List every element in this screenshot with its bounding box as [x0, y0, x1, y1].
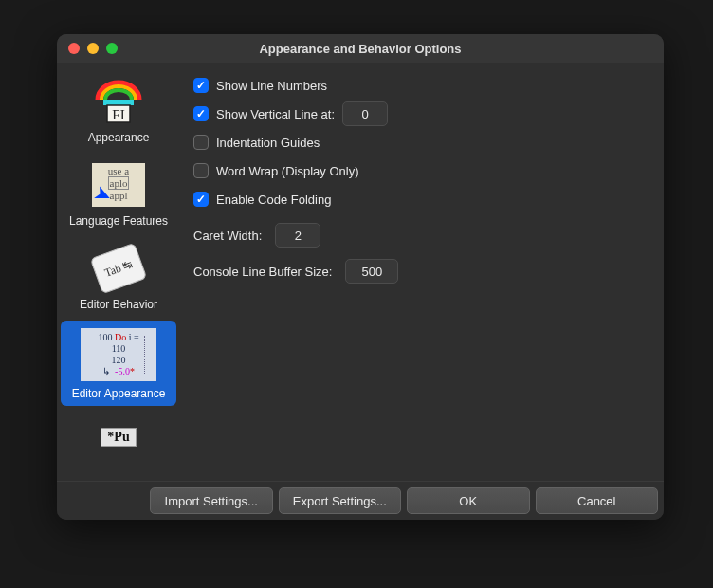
word-wrap-label[interactable]: Word Wrap (Display Only): [216, 164, 359, 178]
enable-code-folding-label[interactable]: Enable Code Folding: [216, 193, 331, 207]
editor-behavior-icon: Tab ↹: [90, 245, 147, 292]
sidebar-item-label: Editor Behavior: [80, 298, 157, 311]
cancel-button[interactable]: Cancel: [536, 487, 659, 514]
show-vertical-line-label[interactable]: Show Vertical Line at:: [216, 107, 335, 121]
enable-code-folding-checkbox[interactable]: [193, 192, 209, 207]
vertical-line-column-input[interactable]: [342, 101, 388, 126]
partial-icon: *Pu: [90, 417, 147, 440]
ok-button[interactable]: OK: [407, 487, 530, 514]
sidebar-item-editor-behavior[interactable]: Tab ↹ Editor Behavior: [61, 237, 176, 317]
show-line-numbers-checkbox[interactable]: [193, 78, 209, 93]
indentation-guides-checkbox[interactable]: [193, 135, 209, 150]
close-icon[interactable]: [68, 43, 80, 54]
indentation-guides-label[interactable]: Indentation Guides: [216, 136, 320, 150]
editor-appearance-icon: 100 Do i = 110 120 ↳ -5.0*: [81, 328, 156, 381]
console-buffer-label: Console Line Buffer Size:: [193, 265, 332, 279]
minimize-icon[interactable]: [87, 43, 99, 54]
maximize-icon[interactable]: [106, 43, 118, 54]
language-features-icon: use a aplo appl ➤: [90, 161, 147, 209]
sidebar-item-label: Appearance: [88, 131, 150, 144]
content-panel: Show Line Numbers Show Vertical Line at:…: [180, 63, 664, 481]
titlebar: Appearance and Behavior Options: [57, 34, 664, 63]
sidebar-item-partial[interactable]: *Pu: [61, 410, 176, 446]
button-bar: Import Settings... Export Settings... OK…: [57, 481, 664, 520]
console-buffer-input[interactable]: [345, 259, 398, 284]
show-line-numbers-label[interactable]: Show Line Numbers: [216, 79, 327, 93]
window-title: Appearance and Behavior Options: [57, 42, 664, 56]
sidebar-item-label: Editor Appearance: [72, 387, 166, 400]
caret-width-input[interactable]: [275, 223, 320, 248]
import-settings-button[interactable]: Import Settings...: [150, 487, 273, 514]
show-vertical-line-checkbox[interactable]: [193, 106, 209, 121]
body: FI Appearance use a aplo appl ➤ Language…: [57, 63, 664, 481]
preferences-window: Appearance and Behavior Options FI Appea…: [57, 34, 664, 520]
word-wrap-checkbox[interactable]: [193, 163, 209, 178]
appearance-icon: FI: [90, 78, 147, 125]
sidebar: FI Appearance use a aplo appl ➤ Language…: [57, 63, 180, 481]
sidebar-item-label: Language Features: [69, 214, 168, 228]
sidebar-item-editor-appearance[interactable]: 100 Do i = 110 120 ↳ -5.0* Editor Appear…: [61, 321, 176, 406]
export-settings-button[interactable]: Export Settings...: [279, 487, 402, 514]
window-controls: [57, 43, 118, 54]
sidebar-item-language-features[interactable]: use a aplo appl ➤ Language Features: [61, 154, 176, 233]
svg-text:FI: FI: [112, 107, 124, 122]
caret-width-label: Caret Width:: [193, 229, 262, 243]
svg-rect-0: [103, 100, 134, 105]
sidebar-item-appearance[interactable]: FI Appearance: [61, 70, 176, 150]
